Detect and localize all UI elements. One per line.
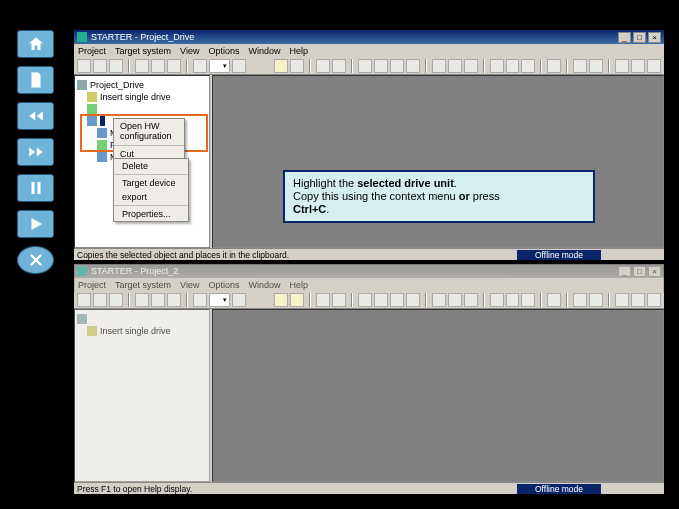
tb-n[interactable]: [490, 59, 504, 73]
minimize-button[interactable]: _: [618, 266, 631, 277]
tb-dropdown[interactable]: [209, 59, 231, 73]
menu-project[interactable]: Project: [78, 46, 106, 56]
tb-g[interactable]: [358, 59, 372, 73]
tb-p[interactable]: [521, 59, 535, 73]
tree-panel[interactable]: Project_Drive Insert single drive MIC Pu…: [74, 75, 210, 248]
mode-badge-2: Offline mode: [517, 484, 601, 494]
tb-a[interactable]: [193, 59, 207, 73]
doc-button[interactable]: [17, 66, 54, 94]
menu-window[interactable]: Window: [248, 280, 280, 290]
tb2-d[interactable]: [135, 293, 149, 307]
tb-s[interactable]: [589, 59, 603, 73]
window-title-2: STARTER - Project_2: [91, 266, 178, 276]
tb-v[interactable]: [647, 59, 661, 73]
tb-t[interactable]: [615, 59, 629, 73]
tb2-y[interactable]: [589, 293, 603, 307]
tb2-n[interactable]: [374, 293, 388, 307]
tb-l[interactable]: [448, 59, 462, 73]
ctx-delete[interactable]: Delete: [114, 159, 188, 173]
close-button[interactable]: [17, 246, 54, 274]
tb2-u[interactable]: [506, 293, 520, 307]
tb-d[interactable]: [290, 59, 304, 73]
tb2-s[interactable]: [464, 293, 478, 307]
close-window-button[interactable]: ×: [648, 266, 661, 277]
tb2-g[interactable]: [193, 293, 207, 307]
menu-help[interactable]: Help: [289, 280, 308, 290]
tb-j[interactable]: [406, 59, 420, 73]
menu-options[interactable]: Options: [208, 280, 239, 290]
tb2-h[interactable]: [232, 293, 246, 307]
menu-view[interactable]: View: [180, 280, 199, 290]
tree-insert[interactable]: Insert single drive: [100, 92, 171, 102]
app-window-bottom: STARTER - Project_2 _ □ × Project Target…: [73, 263, 665, 495]
tb-q[interactable]: [547, 59, 561, 73]
tb-i[interactable]: [390, 59, 404, 73]
tb-f[interactable]: [332, 59, 346, 73]
titlebar[interactable]: STARTER - Project_Drive _ □ ×: [74, 30, 664, 44]
ctx-props[interactable]: Properties...: [114, 207, 188, 221]
tb2-i[interactable]: [274, 293, 288, 307]
tb2-w[interactable]: [547, 293, 561, 307]
tb2-b[interactable]: [93, 293, 107, 307]
ctx-target[interactable]: Target device: [114, 176, 188, 190]
tb2-c[interactable]: [109, 293, 123, 307]
menu-window[interactable]: Window: [248, 46, 280, 56]
tb2-k[interactable]: [316, 293, 330, 307]
tree-root[interactable]: Project_Drive: [90, 80, 144, 90]
tb-b[interactable]: [232, 59, 246, 73]
tb2-drop[interactable]: [209, 293, 231, 307]
tb2-z2[interactable]: [631, 293, 645, 307]
tb2-l[interactable]: [332, 293, 346, 307]
menu-help[interactable]: Help: [289, 46, 308, 56]
home-button[interactable]: [17, 30, 54, 58]
tb2-v[interactable]: [521, 293, 535, 307]
minimize-button[interactable]: _: [618, 32, 631, 43]
ctx-open[interactable]: Open HW configuration: [114, 119, 184, 144]
tb-k[interactable]: [432, 59, 446, 73]
maximize-button[interactable]: □: [633, 32, 646, 43]
tb-open[interactable]: [93, 59, 107, 73]
tb2-r[interactable]: [448, 293, 462, 307]
menu-project[interactable]: Project: [78, 280, 106, 290]
tb-copy[interactable]: [151, 59, 165, 73]
tb2-z[interactable]: [615, 293, 629, 307]
tb-paste[interactable]: [167, 59, 181, 73]
next-button[interactable]: [17, 138, 54, 166]
tb-c[interactable]: [274, 59, 288, 73]
tb2-t[interactable]: [490, 293, 504, 307]
tb2-x[interactable]: [573, 293, 587, 307]
ctx-export[interactable]: export: [114, 190, 188, 204]
prev-button[interactable]: [17, 102, 54, 130]
tb2-f[interactable]: [167, 293, 181, 307]
tb-e[interactable]: [316, 59, 330, 73]
tb-save[interactable]: [109, 59, 123, 73]
menu-target[interactable]: Target system: [115, 280, 171, 290]
tree2-insert[interactable]: Insert single drive: [100, 326, 171, 336]
tb-h[interactable]: [374, 59, 388, 73]
menu-view[interactable]: View: [180, 46, 199, 56]
maximize-button[interactable]: □: [633, 266, 646, 277]
tb2-q[interactable]: [432, 293, 446, 307]
tree-panel-2[interactable]: Insert single drive: [74, 309, 210, 482]
tb-m[interactable]: [464, 59, 478, 73]
tb2-z3[interactable]: [647, 293, 661, 307]
tb-r[interactable]: [573, 59, 587, 73]
insert-icon: [87, 326, 97, 336]
tb2-o[interactable]: [390, 293, 404, 307]
toolbar: [74, 58, 664, 75]
play-button[interactable]: [17, 210, 54, 238]
tb2-e[interactable]: [151, 293, 165, 307]
tb-u[interactable]: [631, 59, 645, 73]
tb2-a[interactable]: [77, 293, 91, 307]
tb-o[interactable]: [506, 59, 520, 73]
tb-new[interactable]: [77, 59, 91, 73]
tb-cut[interactable]: [135, 59, 149, 73]
tb2-m[interactable]: [358, 293, 372, 307]
tb2-j[interactable]: [290, 293, 304, 307]
titlebar-inactive[interactable]: STARTER - Project_2 _ □ ×: [74, 264, 664, 278]
menu-target[interactable]: Target system: [115, 46, 171, 56]
tb2-p[interactable]: [406, 293, 420, 307]
menu-options[interactable]: Options: [208, 46, 239, 56]
close-window-button[interactable]: ×: [648, 32, 661, 43]
pause-button[interactable]: [17, 174, 54, 202]
